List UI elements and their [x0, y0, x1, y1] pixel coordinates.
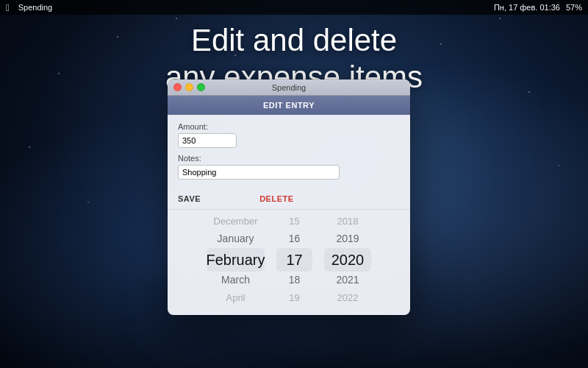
- delete-button[interactable]: DELETE: [259, 194, 293, 203]
- month-picker-col[interactable]: December January February March April: [201, 213, 270, 306]
- amount-input[interactable]: [178, 133, 237, 148]
- day-item-1[interactable]: 16: [270, 230, 318, 248]
- hero-line1: Edit and delete: [0, 22, 588, 59]
- year-item-2[interactable]: 2020: [318, 249, 377, 271]
- menubar-left:  Spending: [6, 2, 52, 13]
- menubar-app-name: Spending: [18, 3, 53, 12]
- close-button[interactable]: [173, 83, 182, 91]
- day-item-4[interactable]: 19: [270, 289, 318, 306]
- day-item-0[interactable]: 15: [270, 213, 318, 230]
- year-item-3[interactable]: 2021: [318, 271, 377, 289]
- month-item-4[interactable]: April: [201, 289, 270, 306]
- year-picker-col[interactable]: 2018 2019 2020 2021 2022: [318, 213, 377, 306]
- month-item-3[interactable]: March: [201, 271, 270, 289]
- date-picker[interactable]: December January February March April 15…: [168, 209, 410, 309]
- window-title: Spending: [272, 83, 306, 92]
- form-area: Amount: Notes:: [168, 115, 410, 194]
- month-item-2[interactable]: February: [201, 249, 270, 271]
- year-item-1[interactable]: 2019: [318, 230, 377, 248]
- minimize-button[interactable]: [185, 83, 193, 91]
- month-item-0[interactable]: December: [201, 213, 270, 230]
- amount-label: Amount:: [178, 122, 400, 131]
- month-item-1[interactable]: January: [201, 230, 270, 248]
- year-item-0[interactable]: 2018: [318, 213, 377, 230]
- title-bar: Spending: [168, 79, 410, 96]
- day-item-3[interactable]: 18: [270, 271, 318, 289]
- menubar:  Spending Пн, 17 фев. 01:36 57%: [0, 0, 588, 15]
- traffic-lights: [173, 83, 205, 91]
- menubar-right: Пн, 17 фев. 01:36 57%: [494, 3, 582, 12]
- subtitle-bar: EDIT ENTRY: [168, 96, 410, 115]
- save-button[interactable]: SAVE: [178, 194, 201, 203]
- menubar-battery: 57%: [566, 3, 582, 12]
- desktop:  Spending Пн, 17 фев. 01:36 57% Edit an…: [0, 0, 588, 368]
- window-subtitle: EDIT ENTRY: [263, 101, 315, 110]
- buttons-row: SAVE DELETE: [168, 194, 410, 209]
- day-item-2[interactable]: 17: [270, 249, 318, 271]
- apple-logo-icon: : [6, 2, 10, 13]
- app-window: Spending EDIT ENTRY Amount: Notes: SAVE …: [168, 79, 410, 315]
- maximize-button[interactable]: [197, 83, 205, 91]
- notes-input[interactable]: [178, 165, 340, 180]
- year-item-4[interactable]: 2022: [318, 289, 377, 306]
- menubar-datetime: Пн, 17 фев. 01:36: [494, 3, 560, 12]
- day-picker-col[interactable]: 15 16 17 18 19: [270, 213, 318, 306]
- notes-label: Notes:: [178, 154, 400, 163]
